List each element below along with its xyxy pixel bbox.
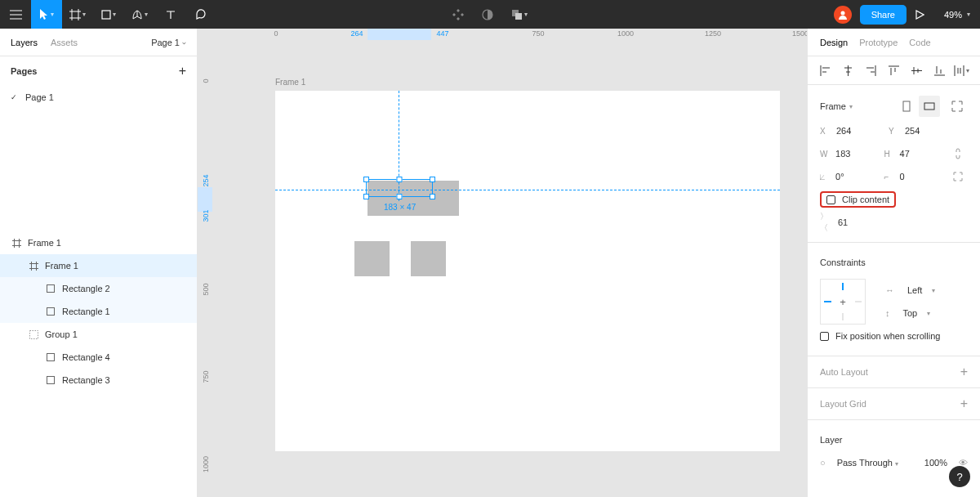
- tab-code[interactable]: Code: [909, 38, 930, 47]
- y-input[interactable]: 254: [905, 126, 951, 136]
- rectangle[interactable]: [354, 241, 390, 276]
- layer-row[interactable]: Frame 1: [0, 231, 197, 254]
- svg-rect-5: [47, 285, 55, 293]
- h-input[interactable]: 47: [900, 149, 942, 159]
- svg-rect-9: [47, 377, 55, 384]
- comment-tool[interactable]: [186, 0, 217, 29]
- add-layout-grid[interactable]: +: [960, 396, 968, 411]
- avatar[interactable]: [834, 6, 852, 24]
- resize-to-fit[interactable]: [947, 96, 968, 117]
- radius-input[interactable]: 0: [900, 172, 942, 181]
- align-left[interactable]: [816, 60, 835, 80]
- layer-row[interactable]: Group 1: [0, 323, 197, 346]
- orient-landscape[interactable]: [919, 96, 940, 117]
- align-right[interactable]: [862, 60, 881, 80]
- orient-portrait[interactable]: [896, 96, 917, 117]
- mask-icon[interactable]: [478, 0, 497, 29]
- layer-row[interactable]: Frame 1: [0, 254, 197, 277]
- tab-layers[interactable]: Layers: [11, 38, 38, 47]
- alignment-guide: [275, 190, 780, 190]
- svg-rect-11: [924, 103, 934, 110]
- svg-rect-10: [903, 101, 910, 111]
- svg-rect-3: [515, 13, 522, 20]
- constraint-v-dropdown[interactable]: ↕Top▾: [885, 302, 968, 325]
- align-vcenter[interactable]: [906, 60, 926, 80]
- svg-rect-7: [29, 330, 38, 338]
- design-panel: Design Prototype Code ▾ Frame▾ X264 Y254…: [807, 29, 980, 497]
- layer-row[interactable]: Rectangle 4: [0, 346, 197, 369]
- layers-tree: Frame 1Frame 1Rectangle 2Rectangle 1Grou…: [0, 231, 197, 392]
- share-button[interactable]: Share: [860, 5, 906, 25]
- layer-row[interactable]: Rectangle 1: [0, 300, 197, 323]
- auto-layout-title: Auto Layout: [820, 367, 868, 377]
- rectangle[interactable]: [411, 241, 446, 276]
- opacity-input[interactable]: 100%: [924, 458, 947, 468]
- ruler-vertical: 0 254 301 500 750 1000: [198, 40, 212, 497]
- boolean-icon[interactable]: ▾: [507, 0, 532, 29]
- constrain-proportions[interactable]: [948, 143, 968, 164]
- svg-point-4: [840, 11, 844, 15]
- fix-position-checkbox[interactable]: Fix position when scrolling: [820, 325, 968, 347]
- frame-tool[interactable]: ▾: [62, 0, 93, 29]
- svg-rect-8: [47, 354, 55, 361]
- align-top[interactable]: [884, 60, 903, 80]
- page-switcher[interactable]: Page 1 ⌵: [151, 38, 186, 47]
- independent-corners[interactable]: [948, 166, 968, 187]
- shape-tool[interactable]: ▾: [93, 0, 124, 29]
- clip-content-checkbox[interactable]: Clip content: [820, 191, 896, 208]
- blend-mode-dropdown[interactable]: Pass Through ▾: [837, 458, 918, 468]
- tab-design[interactable]: Design: [820, 38, 848, 47]
- components-icon[interactable]: [448, 0, 468, 29]
- rotation-input[interactable]: 0°: [835, 172, 878, 181]
- move-tool[interactable]: ▾: [31, 0, 62, 29]
- pages-header-label: Pages: [11, 66, 37, 76]
- frame-type-dropdown[interactable]: Frame▾: [820, 101, 853, 111]
- frame-label[interactable]: Frame 1: [275, 78, 305, 87]
- x-input[interactable]: 264: [836, 126, 882, 136]
- layer-row[interactable]: Rectangle 3: [0, 369, 197, 392]
- constraints-title: Constraints: [820, 257, 866, 267]
- align-hcenter[interactable]: [839, 60, 858, 80]
- layout-grid-title: Layout Grid: [820, 399, 866, 409]
- canvas[interactable]: 0 264 447 750 1000 1250 1500 0 254 301 5…: [198, 29, 807, 497]
- tab-assets[interactable]: Assets: [51, 38, 78, 47]
- add-auto-layout[interactable]: +: [960, 365, 968, 379]
- svg-rect-6: [47, 308, 55, 316]
- selection-dimensions: 183 × 47: [384, 203, 416, 212]
- align-toolbar: ▾: [808, 56, 980, 85]
- w-input[interactable]: 183: [835, 149, 878, 159]
- tab-prototype[interactable]: Prototype: [859, 38, 898, 47]
- page-item[interactable]: ✓ Page 1: [0, 86, 197, 109]
- constraint-h-dropdown[interactable]: ↔Left▾: [885, 279, 968, 302]
- top-toolbar: ▾ ▾ ▾ ▾ ▾ Share 49%▾: [0, 0, 980, 29]
- frame-1[interactable]: Frame 1: [275, 91, 780, 451]
- selection-box[interactable]: [366, 179, 433, 197]
- text-tool[interactable]: [155, 0, 186, 29]
- align-bottom[interactable]: [929, 60, 949, 80]
- pen-tool[interactable]: ▾: [124, 0, 155, 29]
- left-panel: Layers Assets Page 1 ⌵ Pages + ✓ Page 1 …: [0, 29, 198, 497]
- help-button[interactable]: ?: [949, 466, 970, 487]
- constraints-widget[interactable]: +: [820, 279, 866, 325]
- gap-input[interactable]: 61: [838, 217, 884, 227]
- svg-rect-0: [102, 11, 110, 19]
- layer-row[interactable]: Rectangle 2: [0, 277, 197, 300]
- add-page-button[interactable]: +: [179, 64, 186, 78]
- menu-button[interactable]: [0, 0, 31, 29]
- present-button[interactable]: [906, 0, 934, 29]
- zoom-dropdown[interactable]: 49%▾: [934, 10, 980, 20]
- layer-title: Layer: [820, 435, 843, 445]
- distribute[interactable]: ▾: [952, 60, 972, 80]
- ruler-horizontal: 0 264 447 750 1000 1250 1500: [212, 29, 807, 40]
